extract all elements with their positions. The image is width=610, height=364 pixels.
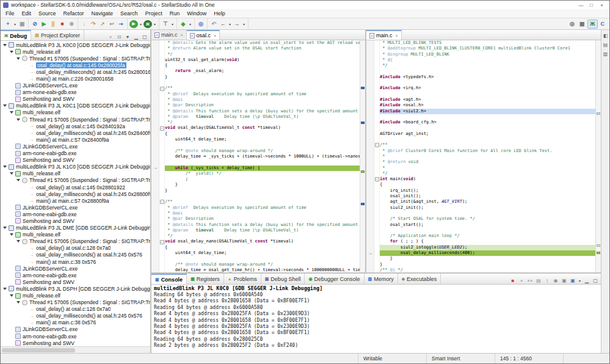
view-tab-project-explorer[interactable]: ▤Project Explorer bbox=[31, 30, 84, 40]
external-tools-button-dropdown-caret-icon[interactable]: ▾ bbox=[188, 22, 192, 26]
view-menu-button[interactable]: ▾ bbox=[124, 33, 131, 40]
expand-arrow-icon[interactable] bbox=[10, 294, 13, 297]
tree-item[interactable]: multiLedBlink P3 JL DME [GDB SEGGER J-Li… bbox=[1, 225, 150, 231]
fold-icon[interactable]: − bbox=[375, 143, 379, 147]
fold-icon[interactable]: − bbox=[160, 126, 164, 131]
remove-all-launches-button[interactable]: ×× bbox=[526, 277, 534, 284]
minimize-panel-button[interactable]: ▁ bbox=[133, 33, 140, 40]
tree-item[interactable]: JLinkGDBServerCL.exe bbox=[1, 82, 150, 89]
back-button-dropdown-caret-icon[interactable]: ▾ bbox=[228, 22, 232, 26]
view-tab-registers[interactable]: ▦Registers bbox=[187, 274, 224, 284]
view-tab-executables[interactable]: ◆Executables bbox=[398, 274, 441, 284]
remove-launch-button[interactable]: × bbox=[518, 277, 525, 284]
expand-arrow-icon[interactable] bbox=[10, 172, 13, 175]
menu-navigate[interactable]: Navigate bbox=[88, 10, 117, 16]
expand-arrow-icon[interactable] bbox=[3, 166, 7, 168]
tree-item[interactable]: multiLedBlink P3 JL K0C1 [GDB SEGGER J-L… bbox=[1, 103, 150, 109]
tree-item[interactable]: Thread #1 57005 (Suspended : Signal : SI… bbox=[1, 299, 150, 306]
clear-console-button[interactable]: ▤ bbox=[535, 277, 542, 284]
step-into-button[interactable]: ↓ bbox=[80, 20, 89, 28]
menu-source[interactable]: Source bbox=[35, 10, 60, 16]
tree-item[interactable]: multi_release.elf bbox=[1, 292, 150, 299]
maximize-panel-button[interactable]: ▢ bbox=[592, 277, 599, 284]
view-tab-debug[interactable]: ЖDebug bbox=[1, 30, 31, 40]
forward-button-dropdown-caret-icon[interactable]: ▾ bbox=[242, 22, 246, 26]
expand-arrow-icon[interactable] bbox=[10, 111, 13, 114]
expand-arrow-icon[interactable] bbox=[10, 51, 13, 53]
remove-all-terminated-button[interactable]: × bbox=[107, 33, 114, 40]
run-button[interactable]: ▶ bbox=[129, 20, 138, 28]
tree-item[interactable]: multiLedBlink P3 JL DSPH [GDB SEGGER J-L… bbox=[1, 285, 150, 292]
skip-all-breakpoints-button[interactable]: ⊘ bbox=[31, 20, 39, 28]
menu-run[interactable]: Run bbox=[166, 10, 184, 16]
tree-item[interactable]: Semihosting and SWV bbox=[1, 340, 150, 346]
tree-item[interactable]: arm-none-eabi-gdb.exe bbox=[1, 89, 150, 96]
restore-minimized-view-button[interactable]: ◧ bbox=[602, 32, 609, 39]
close-window-button[interactable]: × bbox=[597, 2, 607, 8]
maximize-window-button[interactable]: □ bbox=[586, 2, 597, 8]
editor-tab-main-c[interactable]: cmain.c× bbox=[151, 30, 187, 40]
tree-item[interactable]: multiLedBlink P3 JL K0C0 [GDB SEGGER J-L… bbox=[1, 42, 150, 48]
tree-item[interactable]: →main() at main.c:226 0x28001658 bbox=[1, 75, 150, 82]
expand-arrow-icon[interactable] bbox=[3, 44, 7, 46]
minimized-outline-view-button[interactable]: ▤ bbox=[602, 42, 609, 48]
tree-item[interactable]: Thread #1 57005 (Suspended : Signal : SI… bbox=[1, 238, 150, 245]
tree-item[interactable]: Semihosting and SWV bbox=[1, 217, 150, 224]
tree-item[interactable]: arm-none-eabi-gdb.exe bbox=[1, 211, 150, 217]
tree-item[interactable]: multi_release.elf bbox=[1, 109, 150, 116]
open-console-button[interactable]: ▣ bbox=[569, 277, 576, 284]
collapse-all-button[interactable]: ⊟ bbox=[115, 33, 123, 40]
expand-arrow-icon[interactable] bbox=[3, 288, 7, 290]
tree-item[interactable]: multi_release.elf bbox=[1, 48, 150, 55]
tree-item[interactable]: →osal_delay_milliseconds() at osal.h:245… bbox=[1, 129, 150, 136]
close-icon[interactable]: × bbox=[396, 34, 398, 38]
scroll-lock-button[interactable]: ↕ bbox=[543, 277, 551, 284]
tree-item[interactable]: Semihosting and SWV bbox=[1, 96, 150, 103]
expand-arrow-icon[interactable] bbox=[16, 301, 20, 304]
view-tab-console[interactable]: ▣Console bbox=[151, 274, 187, 284]
menu-window[interactable]: Window bbox=[183, 10, 210, 16]
view-tab-problems[interactable]: ▲Problems bbox=[224, 274, 261, 284]
fold-icon[interactable]: − bbox=[160, 87, 164, 91]
menu-edit[interactable]: Edit bbox=[18, 10, 35, 16]
tree-item[interactable]: arm-none-eabi-gdb.exe bbox=[1, 272, 150, 278]
right-editor-code[interactable]: * MULTI_LED_BLINK_TESTS * @addtogroup MU… bbox=[366, 40, 595, 272]
view-tab-debugger-console[interactable]: ◉Debugger Console bbox=[305, 274, 364, 284]
perspective-c-button[interactable]: C bbox=[599, 20, 607, 29]
expand-arrow-icon[interactable] bbox=[3, 227, 7, 229]
tree-item[interactable]: →osal_delay_milliseconds() at osal.h:245… bbox=[1, 191, 150, 197]
save-button[interactable]: ▣ bbox=[18, 20, 26, 28]
editor-tab-osal-c[interactable]: cosal.c× bbox=[187, 30, 220, 40]
tree-item[interactable]: →osal_delay_milliseconds() at osal.h:245… bbox=[1, 313, 150, 319]
tree-item[interactable]: multi_release.elf bbox=[1, 231, 150, 238]
tree-item[interactable]: →osal_delay() at osal.c:145 0x28801922 bbox=[1, 184, 150, 191]
build-button-dropdown-caret-icon[interactable]: ▾ bbox=[170, 22, 175, 26]
maximize-panel-button[interactable]: ▢ bbox=[141, 33, 148, 40]
tree-item[interactable]: multi_release.elf bbox=[1, 170, 150, 177]
debug-button-dropdown-caret-icon[interactable]: ▾ bbox=[153, 22, 157, 26]
view-tab-memory[interactable]: ▥Memory bbox=[365, 274, 398, 284]
menu-file[interactable]: File bbox=[2, 10, 18, 16]
tree-item[interactable]: →main() at main.c:38 0x576 bbox=[1, 258, 150, 265]
tree-item[interactable]: →main() at main.c:57 0x28400f9a bbox=[1, 136, 150, 143]
console-output[interactable]: multiLedBlink P3 JL K0C0 [GDB SEGGER J-L… bbox=[151, 285, 601, 353]
perspective-debug-button[interactable]: Ж bbox=[587, 20, 597, 29]
resume-button[interactable]: ▶ bbox=[40, 20, 48, 28]
menu-refactor[interactable]: Refactor bbox=[60, 10, 88, 16]
tree-item[interactable]: Thread #1 57005 (Suspended : Signal : SI… bbox=[1, 55, 150, 62]
tree-item[interactable]: →osal_delay() at osal.c:128 0x7a0 bbox=[1, 306, 150, 313]
search-button[interactable]: ◎ bbox=[197, 20, 205, 28]
close-icon[interactable]: × bbox=[181, 33, 183, 37]
center-editor-overview-ruler[interactable] bbox=[360, 40, 365, 272]
forward-button[interactable]: → bbox=[233, 20, 241, 28]
fold-icon[interactable]: − bbox=[160, 240, 164, 244]
debug-tree[interactable]: multiLedBlink P3 JL K0C0 [GDB SEGGER J-L… bbox=[1, 41, 150, 346]
instruction-stepping-button[interactable]: ⇢ bbox=[117, 20, 125, 28]
tree-item[interactable]: →osal_delay() at osal.c:128 0x7a0 bbox=[1, 245, 150, 252]
terminate-button[interactable]: ■ bbox=[58, 20, 67, 28]
debug-button[interactable]: Ж bbox=[143, 20, 152, 28]
expand-arrow-icon[interactable] bbox=[16, 179, 20, 181]
fold-icon[interactable]: − bbox=[160, 200, 164, 204]
tree-item[interactable]: Semihosting and SWV bbox=[1, 278, 150, 285]
tree-item[interactable]: Semihosting and SWV bbox=[1, 157, 150, 164]
